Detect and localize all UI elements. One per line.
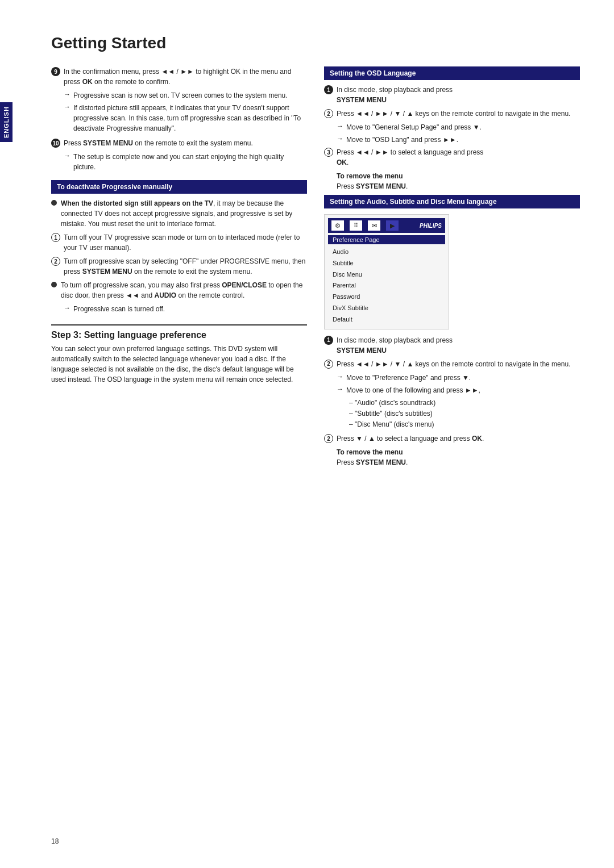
page-number: 18 [51,837,59,845]
osd-step-1: 1 In disc mode, stop playback and press … [324,85,580,105]
step-3-intro: You can select your own preferred langua… [51,344,307,385]
arrow-symbol: → [64,103,70,111]
menu-icon-play: ▶ [386,220,399,231]
philips-logo: PHILIPS [420,223,442,229]
osd-num-2: 2 [324,109,333,118]
number-2: 2 [51,257,60,266]
bullet-dot [51,200,57,206]
list-item-9: 9 In the confirmation menu, press ◄◄ / ►… [51,66,307,87]
menu-item-divx: DivX Subtitle [333,303,445,314]
menu-item-default: Default [333,314,445,326]
audio-dash-2: – "Subtitle" (disc's subtitles) [324,408,580,419]
osd-step-3: 3 Press ◄◄ / ►► to select a language and… [324,147,580,168]
arrow-symbol: → [64,90,70,98]
osd-header: Setting the OSD Language [324,66,580,80]
number-10: 10 [51,139,60,148]
osd-num-1: 1 [324,85,333,94]
audio-step-2: 2 Press ◄◄ / ►► / ▼ / ▲ keys on the remo… [324,359,580,369]
two-column-layout: 9 In the confirmation menu, press ◄◄ / ►… [51,66,580,466]
audio-num-2: 2 [324,360,333,369]
audio-num-1: 1 [324,336,333,345]
number-1: 1 [51,233,60,242]
right-column: Setting the OSD Language 1 In disc mode,… [324,66,580,466]
audio-dash-3: – "Disc Menu" (disc's menu) [324,419,580,430]
arrow-progressive-off: → Progressive scan is turned off. [51,304,307,314]
menu-item-password: Password [333,291,445,303]
arrow-symbol: → [64,304,70,312]
menu-item-disc-menu: Disc Menu [333,269,445,281]
osd-step-2: 2 Press ◄◄ / ►► / ▼ / ▲ keys on the remo… [324,108,580,119]
number-9: 9 [51,67,60,76]
audio-arrow-2b: → Move to one of the following and press… [324,385,580,395]
menu-top-icons: ⚙ ⠿ ✉ ▶ PHILIPS [328,218,445,233]
audio-step-1: 1 In disc mode, stop playback and press … [324,335,580,356]
osd-arrow-2b: → Move to "OSD Lang" and press ►►. [324,135,580,145]
menu-item-parental: Parental [333,280,445,291]
menu-items-list: Audio Subtitle Disc Menu Parental Passwo… [328,247,445,326]
page-title: Getting Started [51,34,580,52]
english-tab: English [0,102,13,142]
menu-title-bar: Preference Page [328,235,445,244]
bullet-open-close: To turn off progressive scan, you may al… [51,280,307,301]
audio-num-3: 2 [324,434,333,443]
osd-arrow-2a: → Move to "General Setup Page" and press… [324,122,580,132]
menu-icon-envelope: ✉ [368,220,380,231]
audio-dash-1: – "Audio" (disc's soundtrack) [324,398,580,408]
menu-icon-gear: ⚙ [331,220,344,231]
left-column: 9 In the confirmation menu, press ◄◄ / ►… [51,66,307,466]
deactivate-header: To deactivate Progressive manually [51,180,307,194]
osd-remove: To remove the menu Press SYSTEM MENU. [324,172,580,190]
audio-header: Setting the Audio, Subtitle and Disc Men… [324,195,580,208]
menu-item-audio: Audio [333,247,445,258]
menu-screenshot: ⚙ ⠿ ✉ ▶ PHILIPS Preference Page Audio Su… [324,214,449,329]
step-3-heading: Step 3: Setting language preference [51,324,307,340]
bullet-dot [51,282,57,287]
audio-step-3: 2 Press ▼ / ▲ to select a language and p… [324,433,580,444]
osd-num-3: 3 [324,148,333,157]
bullet-distorted: When the distorted sign still appears on… [51,198,307,229]
deact-step-1: 1 Turn off your TV progressive scan mode… [51,232,307,253]
arrow-symbol: → [64,152,70,160]
audio-remove: To remove the menu Press SYSTEM MENU. [324,448,580,466]
arrow-9a: → Progressive scan is now set on. TV scr… [51,90,307,101]
menu-item-subtitle: Subtitle [333,258,445,269]
deact-step-2: 2 Turn off progressive scan by selecting… [51,256,307,277]
list-item-10: 10 Press SYSTEM MENU on the remote to ex… [51,138,307,148]
audio-arrow-2a: → Move to "Preference Page" and press ▼. [324,373,580,383]
menu-icon-grid: ⠿ [350,220,362,231]
arrow-9b: → If distorted picture still appears, it… [51,103,307,133]
arrow-10: → The setup is complete now and you can … [51,152,307,172]
page-container: English Getting Started 9 In the confirm… [0,0,614,868]
item-9-text: In the confirmation menu, press ◄◄ / ►► … [64,66,307,87]
